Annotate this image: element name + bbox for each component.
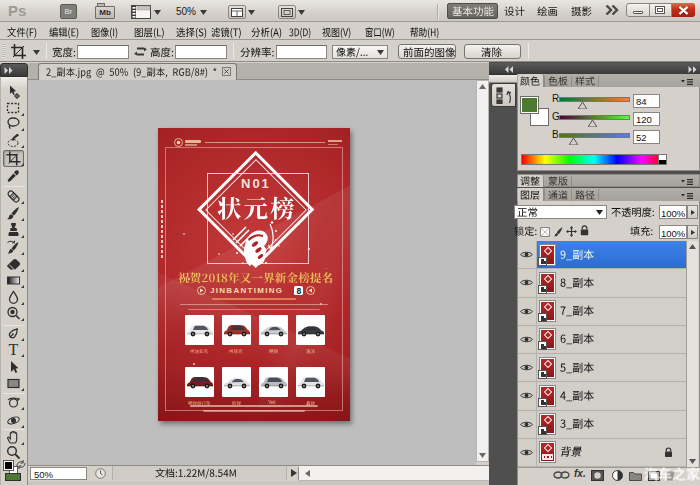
svg-text:T: T (9, 342, 19, 357)
